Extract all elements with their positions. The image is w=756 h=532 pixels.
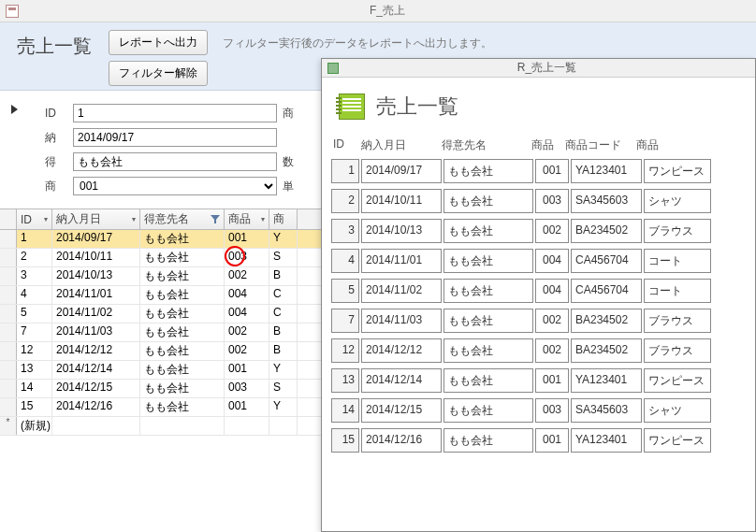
cell-rest[interactable]: B xyxy=(269,342,298,360)
cell-shohin[interactable]: 002 xyxy=(225,324,269,341)
cell-cust[interactable]: もも会社 xyxy=(140,267,225,285)
id-field[interactable] xyxy=(73,104,277,122)
rcell-name: ブラウス xyxy=(644,219,711,243)
cell-rest[interactable]: Y xyxy=(269,230,298,248)
rcell-date: 2014/10/13 xyxy=(361,219,442,243)
rcell-name: ワンピース xyxy=(644,428,711,453)
cell-date[interactable]: 2014/12/14 xyxy=(52,361,140,379)
rcell-id: 1 xyxy=(331,159,359,183)
col-cust[interactable]: 得意先名 xyxy=(140,209,225,229)
cell-rest[interactable]: B xyxy=(269,324,298,341)
cell-cust[interactable]: もも会社 xyxy=(140,398,225,416)
rcell-date: 2014/11/03 xyxy=(361,309,442,333)
dropdown-icon[interactable]: ▾ xyxy=(44,215,48,223)
cell-id[interactable]: 3 xyxy=(17,267,52,285)
cell-shohin[interactable]: 003 xyxy=(225,249,269,266)
cell-cust[interactable]: もも会社 xyxy=(140,380,225,397)
col-rest[interactable]: 商 xyxy=(269,209,298,229)
clear-filter-button[interactable]: フィルター解除 xyxy=(109,61,208,86)
shohin-combo[interactable]: 001 xyxy=(73,177,277,195)
report-body: 売上一覧 ID 納入月日 得意先名 商品 商品コード 商品 12014/09/1… xyxy=(322,78,755,531)
cell-rest[interactable]: C xyxy=(269,286,298,304)
row-selector[interactable] xyxy=(0,361,17,379)
cell-date[interactable]: 2014/10/11 xyxy=(52,249,140,266)
row-selector[interactable] xyxy=(0,398,17,416)
cell-id[interactable]: 1 xyxy=(17,230,52,248)
cell-id[interactable]: 2 xyxy=(17,249,52,266)
filter-icon[interactable] xyxy=(211,215,220,224)
select-all-cell[interactable] xyxy=(0,209,17,229)
cell-rest[interactable]: Y xyxy=(269,398,298,416)
cell-id[interactable]: 14 xyxy=(17,380,52,397)
cell-rest[interactable]: C xyxy=(269,305,298,323)
shohin-label: 商 xyxy=(45,179,73,194)
cell-id[interactable]: 13 xyxy=(17,361,52,379)
cell-id[interactable]: 7 xyxy=(17,324,52,341)
report-column-headers: ID 納入月日 得意先名 商品 商品コード 商品 xyxy=(331,137,746,153)
cell-id[interactable]: 4 xyxy=(17,286,52,304)
cell-cust[interactable]: もも会社 xyxy=(140,305,225,323)
cell-shohin[interactable]: 001 xyxy=(225,230,269,248)
row-selector[interactable] xyxy=(0,305,17,323)
col-shohin[interactable]: 商品▾ xyxy=(225,209,269,229)
cell-rest[interactable]: S xyxy=(269,249,298,266)
row-selector[interactable] xyxy=(0,286,17,304)
cell-id[interactable]: 15 xyxy=(17,398,52,416)
cell-date[interactable]: 2014/10/13 xyxy=(52,267,140,285)
cell-cust[interactable]: もも会社 xyxy=(140,249,225,266)
report-output-button[interactable]: レポートへ出力 xyxy=(109,30,208,55)
row-selector[interactable] xyxy=(0,324,17,341)
new-row-selector[interactable]: * xyxy=(0,417,17,435)
rcell-sh: 001 xyxy=(535,159,569,183)
rcell-name: シャツ xyxy=(644,398,711,423)
cell-rest[interactable]: B xyxy=(269,267,298,285)
cell-date[interactable]: 2014/12/12 xyxy=(52,342,140,360)
cell-shohin[interactable]: 002 xyxy=(225,267,269,285)
row-selector[interactable] xyxy=(0,342,17,360)
cell-date[interactable]: 2014/12/15 xyxy=(52,380,140,397)
rcol-cd: 商品コード xyxy=(563,137,634,153)
cell-shohin[interactable]: 004 xyxy=(225,305,269,323)
rcell-id: 5 xyxy=(331,279,359,303)
cell-id[interactable]: 5 xyxy=(17,305,52,323)
cell-shohin[interactable]: 001 xyxy=(225,361,269,379)
cell-cust[interactable]: もも会社 xyxy=(140,324,225,341)
row-selector[interactable] xyxy=(0,230,17,248)
cell-cust[interactable]: もも会社 xyxy=(140,230,225,248)
rcell-cust: もも会社 xyxy=(443,279,533,303)
cell-date[interactable]: 2014/11/01 xyxy=(52,286,140,304)
cell-date[interactable]: 2014/11/03 xyxy=(52,324,140,341)
cell-date[interactable]: 2014/09/17 xyxy=(52,230,140,248)
report-title-bar[interactable]: R_売上一覧 xyxy=(322,59,755,78)
cell-date[interactable]: 2014/11/02 xyxy=(52,305,140,323)
cell-cust[interactable]: もも会社 xyxy=(140,286,225,304)
record-selector-icon[interactable] xyxy=(11,105,19,116)
cell-shohin[interactable]: 003 xyxy=(225,380,269,397)
cell-id[interactable]: 12 xyxy=(17,342,52,360)
rcol-cust: 得意先名 xyxy=(440,137,530,153)
cell-cust[interactable]: もも会社 xyxy=(140,361,225,379)
nounyu-field[interactable] xyxy=(73,128,277,147)
cell-rest[interactable]: S xyxy=(269,380,298,397)
rcell-cust: もも会社 xyxy=(443,398,533,423)
row-selector[interactable] xyxy=(0,267,17,285)
tokui-field[interactable] xyxy=(73,152,277,171)
rcell-date: 2014/12/12 xyxy=(361,338,442,363)
new-row-label: (新規) xyxy=(17,417,52,435)
row-selector[interactable] xyxy=(0,380,17,397)
rcell-date: 2014/12/15 xyxy=(361,398,442,423)
row-selector[interactable] xyxy=(0,249,17,266)
cell-date[interactable]: 2014/12/16 xyxy=(52,398,140,416)
dropdown-icon[interactable]: ▾ xyxy=(261,215,265,223)
cell-shohin[interactable]: 001 xyxy=(225,398,269,416)
rcell-cd: YA123401 xyxy=(571,159,642,183)
col-id[interactable]: ID▾ xyxy=(17,209,52,229)
cell-cust[interactable]: もも会社 xyxy=(140,342,225,360)
col-date[interactable]: 納入月日▾ xyxy=(52,209,140,229)
rcell-cust: もも会社 xyxy=(443,338,533,363)
cell-rest[interactable]: Y xyxy=(269,361,298,379)
dropdown-icon[interactable]: ▾ xyxy=(132,215,136,223)
rcol-name: 商品 xyxy=(634,137,702,153)
cell-shohin[interactable]: 004 xyxy=(225,286,269,304)
cell-shohin[interactable]: 002 xyxy=(225,342,269,360)
